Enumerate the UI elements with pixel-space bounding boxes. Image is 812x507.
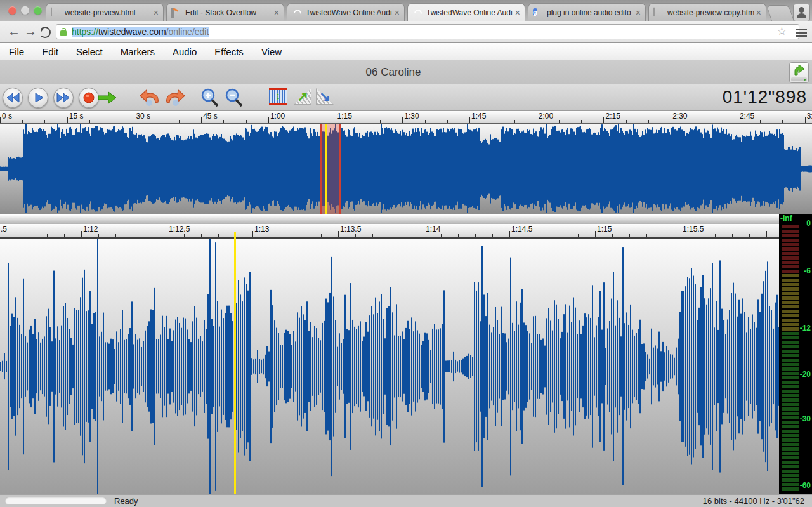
tab-close-icon[interactable]: × [154,8,159,18]
ruler-label: 1:13 [254,225,269,234]
meter-led [782,247,799,251]
menu-effects[interactable]: Effects [214,46,244,57]
meter-led [782,265,799,268]
ruler-tick [47,234,48,237]
ruler-tick [98,234,99,237]
meter-led [782,345,799,348]
profile-button[interactable] [793,4,810,22]
ruler-label: 2:00 [539,112,553,121]
overview-timeline-ruler[interactable]: 0 s15 s30 s45 s1:001:151:301:452:002:152… [0,111,812,124]
ruler-tick [732,234,733,237]
browser-tab[interactable]: TwistedWave Online Audi× [407,3,525,21]
zoom-out-button[interactable] [223,88,245,109]
browser-menu-icon[interactable] [796,29,807,30]
ruler-label: 1:15 [597,225,612,234]
ruler-tick [115,234,116,237]
meter-scale-label: -6 [804,267,811,275]
profile-icon [799,7,804,13]
new-tab-button[interactable] [766,5,794,22]
tab-close-icon[interactable]: × [274,8,279,18]
menu-select[interactable]: Select [76,46,103,57]
meter-led [782,381,799,384]
meter-inf-label: -inf [780,214,792,223]
zoom-button[interactable] [34,6,42,15]
menu-audio[interactable]: Audio [173,46,197,57]
rewind-button[interactable] [3,88,23,108]
ruler-tick [64,234,65,237]
meter-led [782,336,799,339]
redo-button[interactable] [164,88,187,107]
reload-button[interactable] [39,27,51,38]
ruler-tick [150,234,150,237]
url-omnibox[interactable]: https://twistedwave.com/online/edit [56,24,799,39]
bookmark-star-icon[interactable]: ☆ [777,26,787,37]
meter-led [782,478,799,482]
browser-tab[interactable]: Edit - Stack Overflow× [166,3,284,21]
meter-led [782,456,799,459]
fade-in-button[interactable]: ↗ [294,88,311,105]
main-waveform[interactable] [0,239,779,494]
meter-led [782,407,799,411]
ruler-tick [458,234,459,237]
meter-led [782,354,799,357]
tab-title: Edit - Stack Overflow [185,8,272,17]
ruler-tick [509,231,510,237]
menu-file[interactable]: File [9,46,24,57]
overview-waveform[interactable] [0,124,812,214]
tab-title: TwistedWave Online Audi [306,8,393,17]
selection-region[interactable] [320,124,341,214]
meter-led [782,332,799,335]
tab-close-icon[interactable]: × [756,8,761,18]
ruler-tick [693,120,693,123]
fade-out-button[interactable]: ↘ [316,88,334,105]
ruler-tick [492,120,492,123]
browser-tab[interactable]: TwistedWave Online Audi× [287,3,405,21]
ruler-tick [81,231,82,237]
tab-close-icon[interactable]: × [395,8,400,18]
menu-edit[interactable]: Edit [42,46,58,57]
ruler-tick [612,234,613,237]
tab-close-icon[interactable]: × [515,8,520,18]
menu-markers[interactable]: Markers [121,46,155,57]
goto-end-button[interactable] [96,88,118,107]
close-button[interactable] [8,6,16,15]
meter-led [782,301,799,304]
back-button[interactable]: ← [8,23,20,39]
ruler-tick [716,120,716,123]
vertical-zoom-button[interactable]: ↕ [269,88,287,105]
browser-tab[interactable]: gplug in online audio edito× [528,3,646,21]
fast-forward-button[interactable] [53,88,74,108]
browser-tab[interactable]: website-preview.html× [46,3,164,21]
meter-led [782,270,799,273]
ruler-tick [22,120,23,123]
forward-button[interactable]: → [24,23,37,39]
meter-led [782,261,799,264]
detail-timeline-ruler[interactable]: .51:121:12.51:131:13.51:141:14.51:151:15… [0,224,779,239]
ruler-tick [782,120,783,123]
ruler-tick [664,234,664,237]
ruler-tick [492,234,493,237]
undo-button[interactable] [138,88,161,107]
ruler-label: 2:15 [605,112,620,121]
menu-view[interactable]: View [261,46,282,57]
ruler-tick [380,120,381,123]
ruler-tick [223,120,224,123]
meter-led [782,234,799,237]
ruler-tick [581,120,582,123]
play-button[interactable] [28,88,48,108]
google-favicon: g [533,8,543,18]
export-button[interactable] [789,62,809,83]
meter-led [782,363,799,366]
overview-playhead[interactable] [325,124,327,214]
minimize-button[interactable] [21,6,29,15]
tab-close-icon[interactable]: × [636,8,641,18]
browser-tab[interactable]: website-preview copy.htm× [648,3,766,21]
zoom-in-button[interactable] [199,88,221,109]
meter-led [782,239,799,242]
meter-led [782,341,799,344]
meter-led [782,279,799,282]
ruler-tick [561,234,561,237]
meter-led [782,412,799,415]
ruler-tick [201,234,202,237]
main-playhead[interactable] [234,232,236,494]
